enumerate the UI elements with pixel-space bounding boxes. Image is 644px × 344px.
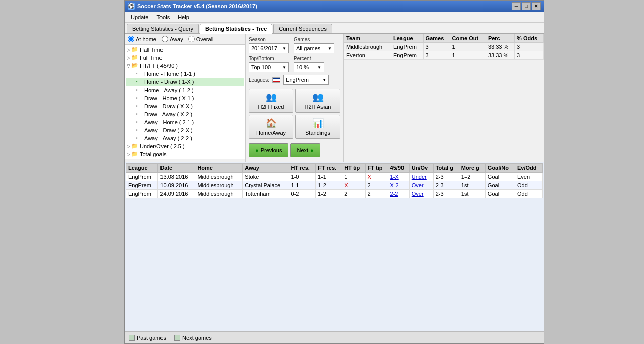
leaf-icon: ▪	[136, 87, 143, 94]
next-games-tab[interactable]: Next games	[174, 335, 212, 341]
games-dropdown[interactable]: All games ▼	[294, 43, 334, 53]
home-away-button[interactable]: 🏠 Home/Away	[249, 115, 293, 139]
topbottom-dropdown[interactable]: Top 100 ▼	[249, 62, 289, 72]
date-cell: 13.08.2016	[158, 173, 195, 181]
totalg-cell: 2-3	[433, 181, 459, 190]
stats-row: Everton EngPrem 3 1 33.33 % 3	[344, 51, 544, 60]
past-games-tab[interactable]: Past games	[129, 335, 166, 341]
menu-help[interactable]: Help	[174, 13, 193, 21]
season-dropdown[interactable]: 2016/2017 ▼	[249, 43, 289, 53]
tree-item-half-time[interactable]: ▷ 📁 Half Time	[126, 46, 244, 54]
moreg-cell: 1st	[459, 190, 485, 198]
tree-item-draw-draw[interactable]: ▪ Draw - Draw ( X-X )	[126, 102, 244, 110]
unov-link[interactable]: Over	[412, 191, 424, 197]
tab-betting-tree[interactable]: Betting Statistics - Tree	[200, 24, 272, 34]
radio-overall[interactable]: Overall	[188, 36, 214, 42]
standings-button[interactable]: 📊 Standings	[295, 115, 340, 139]
games-group: Games All games ▼	[294, 37, 334, 53]
score45-cell: 1-X	[388, 173, 409, 181]
dropdown-arrow-icon: ▼	[317, 65, 321, 70]
top-stats-section: Team League Games Come Out Perc % Odds	[344, 34, 544, 60]
tree-container[interactable]: ▷ 📁 Half Time ▷ 📁 Full Time ▽ 📂 HT/FT ( …	[125, 45, 245, 159]
tree-item-home-draw[interactable]: ▪ Home - Draw ( 1-X )	[126, 78, 244, 86]
ht-res-cell: 1-1	[289, 181, 316, 190]
leagues-dropdown[interactable]: EngPrem ▼	[283, 75, 329, 85]
radio-bar: At home Away Overall	[125, 34, 245, 45]
unov-cell: Under	[409, 173, 433, 181]
tree-item-away-home[interactable]: ▪ Away - Home ( 2-1 )	[126, 118, 244, 126]
tabs-bar: Betting Statistics - Query Betting Stati…	[125, 23, 544, 34]
tab-betting-query[interactable]: Betting Statistics - Query	[127, 24, 199, 33]
folder-icon: 📁	[131, 143, 138, 150]
perc-cell: 33.33 %	[486, 43, 514, 51]
tree-item-draw-home[interactable]: ▪ Draw - Home ( X-1 )	[126, 94, 244, 102]
dropdown-arrow-icon: ▼	[328, 46, 332, 51]
date-cell: 24.09.2016	[158, 190, 195, 198]
minimize-button[interactable]: ─	[512, 2, 521, 10]
menu-tools[interactable]: Tools	[152, 13, 174, 21]
team-cell: Middlesbrough	[344, 43, 391, 51]
close-button[interactable]: ✕	[532, 2, 541, 10]
percent-label: Percent	[294, 56, 324, 61]
unov-link[interactable]: Over	[412, 182, 424, 188]
col-moreg: More g	[459, 164, 485, 173]
tree-item-htft[interactable]: ▽ 📂 HT/FT ( 45/90 )	[126, 62, 244, 70]
nav-buttons: ● Previous Next ●	[249, 141, 340, 159]
score45-link[interactable]: 2-2	[390, 191, 398, 197]
controls-panel: Season 2016/2017 ▼ Games All games	[246, 34, 344, 162]
h2h-asian-button[interactable]: 👥 H2H Asian	[295, 89, 340, 113]
h2h-asian-icon: 👥	[312, 92, 324, 103]
leagues-row: Leagues: EngPrem ▼	[249, 75, 340, 85]
odds-cell: 3	[515, 51, 544, 60]
col-league: League	[391, 34, 424, 43]
score45-link[interactable]: 1-X	[390, 174, 399, 180]
tree-expand-icon: ▷	[127, 144, 130, 149]
radio-away[interactable]: Away	[162, 36, 183, 42]
h2h-fixed-button[interactable]: 👥 H2H Fixed	[249, 89, 293, 113]
score45-link[interactable]: X-2	[390, 182, 399, 188]
stats-row: Middlesbrough EngPrem 3 1 33.33 % 3	[344, 43, 544, 51]
main-window: ⚽ Soccer Stats Tracker v5.4 (Season 2016…	[124, 0, 544, 344]
col-4590: 45/90	[388, 164, 409, 173]
goaln-cell: Goal	[485, 173, 515, 181]
leagues-label: Leagues:	[249, 77, 269, 83]
moreg-cell: 1st	[459, 181, 485, 190]
col-goaln: Goal/No	[485, 164, 515, 173]
ht-tip-cell: 1	[342, 173, 365, 181]
folder-icon: 📁	[131, 46, 138, 53]
goaln-cell: Goal	[485, 181, 515, 190]
previous-button[interactable]: ● Previous	[249, 143, 288, 157]
maximize-button[interactable]: □	[522, 2, 531, 10]
tree-item-away-away[interactable]: ▪ Away - Away ( 2-2 )	[126, 134, 244, 142]
col-ht-res: HT res.	[289, 164, 316, 173]
prev-circle-icon: ●	[255, 147, 259, 153]
totalg-cell: 2-3	[433, 190, 459, 198]
tab-current-sequences[interactable]: Current Sequences	[273, 24, 332, 33]
ht-tip-cell: X	[342, 181, 365, 190]
tree-item-under-over[interactable]: ▷ 📁 Under/Over ( 2.5 )	[126, 142, 244, 150]
tree-item-home-home[interactable]: ▪ Home - Home ( 1-1 )	[126, 70, 244, 78]
leaf-icon: ▪	[136, 127, 143, 134]
tree-item-away-draw[interactable]: ▪ Away - Draw ( 2-X )	[126, 126, 244, 134]
data-row: EngPrem 13.08.2016 Middlesbrough Stoke 1…	[126, 173, 543, 181]
ft-tip-cell: 2	[365, 181, 388, 190]
data-row: EngPrem 24.09.2016 Middlesbrough Tottenh…	[126, 190, 543, 198]
tree-item-home-away[interactable]: ▪ Home - Away ( 1-2 )	[126, 86, 244, 94]
main-data-table: League Date Home Away HT res. FT res. HT…	[126, 163, 543, 198]
menu-bar: Update Tools Help	[125, 12, 544, 23]
folder-icon: 📁	[131, 151, 138, 158]
bottom-bar: Past games Next games	[125, 331, 544, 343]
menu-update[interactable]: Update	[127, 13, 152, 21]
dropdown-arrow-icon: ▼	[322, 78, 326, 82]
radio-at-home[interactable]: At home	[128, 36, 156, 42]
unov-link[interactable]: Under	[412, 174, 427, 180]
tree-item-full-time[interactable]: ▷ 📁 Full Time	[126, 54, 244, 62]
tree-item-total-goals[interactable]: ▷ 📁 Total goals	[126, 150, 244, 158]
percent-dropdown[interactable]: 10 % ▼	[294, 62, 324, 72]
home-away-icon: 🏠	[266, 118, 277, 129]
percent-group: Percent 10 % ▼	[294, 56, 324, 72]
topbottom-group: Top/Bottom Top 100 ▼	[249, 56, 289, 72]
tree-item-draw-away[interactable]: ▪ Draw - Away ( X-2 )	[126, 110, 244, 118]
next-button[interactable]: Next ●	[290, 143, 320, 157]
ht-res-cell: 1-0	[289, 173, 316, 181]
